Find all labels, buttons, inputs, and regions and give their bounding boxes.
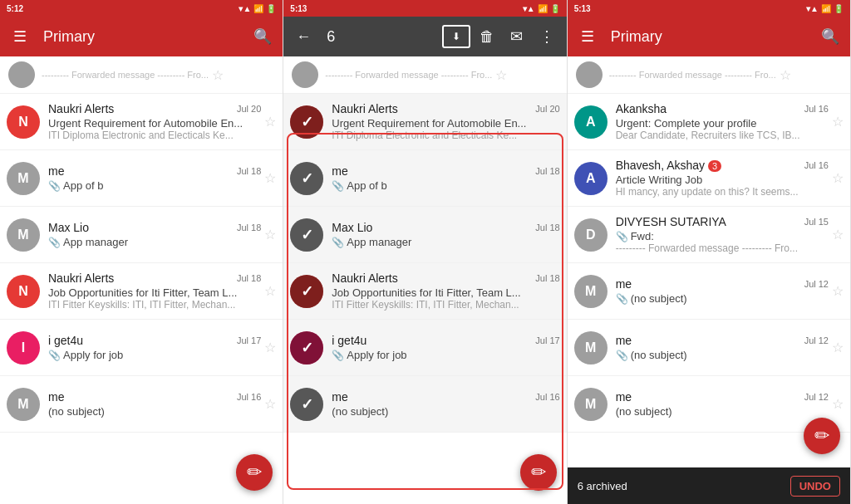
check-overlay-5: ✓ bbox=[290, 388, 323, 421]
middle-count: 6 bbox=[327, 28, 335, 46]
email-date-3: Jul 18 bbox=[237, 273, 261, 283]
left-status-icons: ▾▲ 📶 🔋 bbox=[239, 4, 276, 13]
email-avatar-3: M bbox=[574, 275, 608, 308]
email-avatar-0[interactable]: ✓ bbox=[290, 105, 323, 139]
email-item-5[interactable]: MmeJul 16(no subject)☆ bbox=[0, 376, 283, 433]
email-item-0[interactable]: NNaukri AlertsJul 20Urgent Requirement f… bbox=[0, 94, 283, 150]
sender-name-2: Max Lio bbox=[332, 221, 532, 234]
attachment-icon-2: 📎 bbox=[332, 237, 344, 248]
middle-status-bar: 5:13 ▾▲ 📶 🔋 bbox=[283, 0, 566, 17]
email-date-2: Jul 18 bbox=[535, 223, 559, 232]
left-emails-container: NNaukri AlertsJul 20Urgent Requirement f… bbox=[0, 94, 283, 433]
check-overlay-3: ✓ bbox=[290, 275, 323, 308]
email-item-3[interactable]: ✓Naukri AlertsJul 18Job Opportunities fo… bbox=[283, 263, 566, 320]
right-fwd-avatar bbox=[576, 61, 603, 88]
middle-more-icon[interactable]: ⋮ bbox=[534, 23, 560, 50]
right-email-list: --------- Forwarded message --------- Fr… bbox=[568, 56, 850, 467]
star-btn-2[interactable]: ☆ bbox=[264, 227, 276, 242]
email-avatar-1[interactable]: ✓ bbox=[290, 162, 323, 195]
email-subject-4: 📎Apply for job bbox=[48, 349, 261, 361]
right-fwd-star[interactable]: ☆ bbox=[780, 67, 791, 83]
star-btn-5[interactable]: ☆ bbox=[264, 396, 276, 412]
email-subject-3: Job Opportunities for Iti Fitter, Team L… bbox=[48, 286, 261, 299]
right-fab[interactable]: ✏ bbox=[804, 418, 840, 454]
email-content-0: Naukri AlertsJul 20Urgent Requirement fo… bbox=[332, 102, 559, 141]
middle-fab[interactable]: ✏ bbox=[520, 454, 557, 491]
left-fab[interactable]: ✏ bbox=[236, 454, 273, 491]
left-search-icon[interactable]: 🔍 bbox=[249, 23, 276, 50]
email-item-2[interactable]: MMax LioJul 18📎App manager☆ bbox=[0, 207, 283, 263]
email-subject-5: (no subject) bbox=[616, 405, 829, 418]
email-preview-0: ITI Diploma Electronic and Electicals Ke… bbox=[332, 130, 559, 141]
left-menu-icon[interactable]: ☰ bbox=[7, 23, 33, 50]
middle-toolbar: ← 6 ⬇ 🗑 ✉ ⋮ bbox=[283, 17, 566, 56]
email-item-0[interactable]: AAkankshaJul 16Urgent: Complete your pro… bbox=[568, 94, 850, 150]
email-date-4: Jul 12 bbox=[804, 335, 829, 345]
check-overlay-1: ✓ bbox=[290, 162, 323, 195]
middle-archive-btn[interactable]: ⬇ bbox=[442, 25, 470, 48]
star-btn-5[interactable]: ☆ bbox=[832, 396, 844, 412]
email-date-4: Jul 17 bbox=[237, 335, 261, 345]
star-btn-4[interactable]: ☆ bbox=[264, 340, 276, 355]
right-search-icon[interactable]: 🔍 bbox=[817, 23, 844, 50]
email-item-1[interactable]: ✓meJul 18📎App of b bbox=[283, 150, 566, 207]
email-item-1[interactable]: MmeJul 18📎App of b☆ bbox=[0, 150, 283, 207]
middle-delete-icon[interactable]: 🗑 bbox=[474, 23, 500, 50]
middle-mark-icon[interactable]: ✉ bbox=[504, 23, 530, 50]
sender-name-3: me bbox=[616, 277, 801, 291]
email-subject-3: 📎(no subject) bbox=[616, 292, 829, 305]
email-avatar-2: M bbox=[7, 218, 40, 252]
star-btn-4[interactable]: ☆ bbox=[832, 340, 844, 355]
right-toolbar: ☰ Primary 🔍 bbox=[568, 17, 850, 56]
star-btn-3[interactable]: ☆ bbox=[832, 283, 844, 299]
right-status-icons: ▾▲ 📶 🔋 bbox=[806, 4, 844, 13]
email-avatar-5[interactable]: ✓ bbox=[290, 388, 323, 421]
sender-name-4: me bbox=[616, 334, 801, 347]
middle-back-icon[interactable]: ← bbox=[290, 23, 317, 50]
email-date-3: Jul 12 bbox=[804, 279, 829, 289]
left-panel: 5:12 ▾▲ 📶 🔋 ☰ Primary 🔍 --------- Forwar… bbox=[0, 0, 283, 504]
star-btn-3[interactable]: ☆ bbox=[264, 283, 276, 299]
undo-button[interactable]: UNDO bbox=[790, 476, 840, 497]
email-content-5: meJul 12(no subject) bbox=[616, 390, 829, 418]
email-preview-3: ITI Fitter Keyskills: ITI, ITI Fitter, M… bbox=[332, 299, 559, 311]
email-item-2[interactable]: DDIVYESH SUTARIYAJul 15📎Fwd:--------- Fo… bbox=[568, 207, 850, 263]
star-btn-1[interactable]: ☆ bbox=[264, 170, 276, 186]
star-btn-1[interactable]: ☆ bbox=[832, 170, 844, 186]
left-fwd-star[interactable]: ☆ bbox=[212, 67, 224, 83]
right-status-bar: 5:13 ▾▲ 📶 🔋 bbox=[568, 0, 850, 17]
email-avatar-1: M bbox=[7, 162, 40, 195]
email-content-5: meJul 16(no subject) bbox=[48, 390, 261, 418]
email-avatar-3[interactable]: ✓ bbox=[290, 275, 323, 308]
email-item-5[interactable]: ✓meJul 16(no subject) bbox=[283, 376, 566, 433]
email-item-0[interactable]: ✓Naukri AlertsJul 20Urgent Requirement f… bbox=[283, 94, 566, 150]
email-item-2[interactable]: ✓Max LioJul 18📎App manager bbox=[283, 207, 566, 263]
email-item-4[interactable]: Ii get4uJul 17📎Apply for job☆ bbox=[0, 320, 283, 376]
check-overlay-2: ✓ bbox=[290, 218, 323, 252]
email-avatar-0: N bbox=[7, 105, 40, 139]
email-avatar-2[interactable]: ✓ bbox=[290, 218, 323, 252]
sender-name-0: Naukri Alerts bbox=[332, 102, 532, 115]
email-avatar-4[interactable]: ✓ bbox=[290, 331, 323, 365]
email-item-3[interactable]: NNaukri AlertsJul 18Job Opportunities fo… bbox=[0, 263, 283, 320]
attachment-icon-4: 📎 bbox=[616, 350, 628, 361]
email-item-3[interactable]: MmeJul 12📎(no subject)☆ bbox=[568, 263, 850, 320]
email-item-1[interactable]: ABhavesh, Akshay3Jul 16Article Writing J… bbox=[568, 150, 850, 207]
email-subject-2: 📎App manager bbox=[332, 236, 559, 248]
middle-panel: 5:13 ▾▲ 📶 🔋 ← 6 ⬇ 🗑 ✉ ⋮ --------- Forwar… bbox=[283, 0, 567, 504]
email-date-0: Jul 16 bbox=[804, 104, 829, 114]
star-btn-0[interactable]: ☆ bbox=[832, 114, 844, 130]
email-item-4[interactable]: ✓i get4uJul 17📎Apply for job bbox=[283, 320, 566, 376]
star-btn-0[interactable]: ☆ bbox=[264, 114, 276, 130]
email-date-0: Jul 20 bbox=[237, 104, 261, 114]
right-menu-icon[interactable]: ☰ bbox=[574, 23, 601, 50]
email-content-3: Naukri AlertsJul 18Job Opportunities for… bbox=[48, 272, 261, 311]
email-item-4[interactable]: MmeJul 12📎(no subject)☆ bbox=[568, 320, 850, 376]
middle-fwd-star[interactable]: ☆ bbox=[495, 67, 507, 83]
email-subject-1: 📎App of b bbox=[332, 179, 559, 192]
middle-emails-container: ✓Naukri AlertsJul 20Urgent Requirement f… bbox=[283, 94, 566, 433]
email-content-2: Max LioJul 18📎App manager bbox=[332, 221, 559, 248]
star-btn-2[interactable]: ☆ bbox=[832, 227, 844, 242]
email-subject-0: Urgent Requirement for Automobile En... bbox=[332, 117, 559, 130]
email-avatar-4: I bbox=[7, 331, 40, 365]
